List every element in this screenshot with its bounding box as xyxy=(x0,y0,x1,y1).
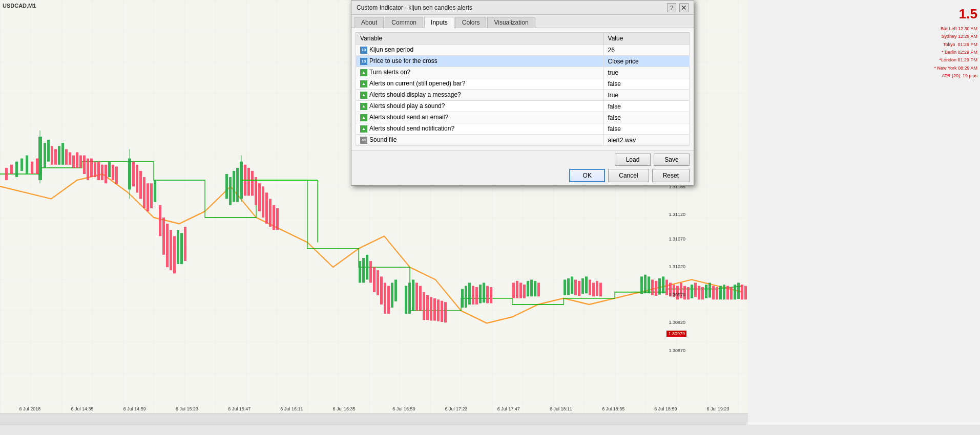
variable-cell: ▲Alerts should display a message? xyxy=(356,90,604,101)
row-icon: ab xyxy=(360,137,367,144)
svg-rect-103 xyxy=(534,281,536,296)
svg-rect-130 xyxy=(691,285,693,298)
svg-rect-57 xyxy=(251,171,254,196)
table-row[interactable]: ▲Alerts should display a message?true xyxy=(356,90,690,101)
variable-cell: ▲Turn alerts on? xyxy=(356,67,604,78)
svg-rect-68 xyxy=(369,261,372,283)
table-row[interactable]: ▲Alerts should play a sound?false xyxy=(356,101,690,112)
footer-bottom-buttons: OK Cancel Reset xyxy=(356,169,690,182)
time-label-9: 6 Jul 17:47 xyxy=(497,406,520,411)
time-label-12: 6 Jul 18:59 xyxy=(654,406,677,411)
table-row[interactable]: ▲Turn alerts on?true xyxy=(356,67,690,78)
horizontal-scrollbar[interactable] xyxy=(0,414,748,425)
svg-rect-51 xyxy=(233,171,235,202)
svg-rect-12 xyxy=(47,140,50,162)
svg-rect-56 xyxy=(247,168,250,196)
svg-rect-114 xyxy=(596,281,598,296)
price-label-8: 1.31070 xyxy=(669,236,685,242)
load-button[interactable]: Load xyxy=(615,154,651,166)
svg-rect-19 xyxy=(72,156,75,168)
svg-rect-108 xyxy=(574,279,577,295)
close-button[interactable]: ✕ xyxy=(679,3,689,12)
svg-rect-138 xyxy=(719,286,722,300)
svg-rect-129 xyxy=(687,287,690,299)
variable-cell: 13Price to use for the cross xyxy=(356,56,604,67)
newyork-label: * New York 08:29 AM xyxy=(921,64,977,72)
table-row[interactable]: abSound filealert2.wav xyxy=(356,135,690,146)
svg-rect-140 xyxy=(726,286,729,300)
table-row[interactable]: 13Price to use for the crossClose price xyxy=(356,56,690,67)
status-bar xyxy=(0,425,980,435)
time-scale: 6 Jul 2018 6 Jul 14:35 6 Jul 14:59 6 Jul… xyxy=(0,404,748,414)
svg-rect-131 xyxy=(694,283,697,297)
svg-rect-6 xyxy=(26,156,28,174)
svg-rect-59 xyxy=(258,183,261,211)
svg-rect-105 xyxy=(564,279,566,295)
row-icon: ▲ xyxy=(360,103,367,110)
svg-rect-86 xyxy=(441,301,443,322)
svg-rect-20 xyxy=(76,153,78,168)
variable-cell: 13Kijun sen period xyxy=(356,45,604,56)
svg-rect-119 xyxy=(651,279,654,295)
variable-cell: abSound file xyxy=(356,135,604,146)
svg-rect-38 xyxy=(147,183,149,211)
save-button[interactable]: Save xyxy=(654,154,690,166)
svg-rect-28 xyxy=(105,165,107,183)
time-label-10: 6 Jul 18:11 xyxy=(550,406,572,411)
svg-rect-15 xyxy=(58,146,60,164)
svg-rect-31 xyxy=(115,166,118,184)
svg-rect-62 xyxy=(269,199,272,227)
svg-rect-64 xyxy=(276,208,279,230)
svg-rect-106 xyxy=(567,278,570,295)
svg-rect-47 xyxy=(180,233,183,264)
tab-colors[interactable]: Colors xyxy=(455,17,487,28)
svg-rect-117 xyxy=(644,275,647,293)
help-button[interactable]: ? xyxy=(667,3,676,12)
dialog-footer: Load Save OK Cancel Reset xyxy=(351,150,694,185)
svg-rect-24 xyxy=(90,159,93,177)
row-icon: ▲ xyxy=(360,114,367,121)
time-label-8: 6 Jul 17:23 xyxy=(445,406,468,411)
tab-common[interactable]: Common xyxy=(385,17,423,28)
svg-rect-83 xyxy=(430,297,432,320)
svg-rect-72 xyxy=(384,283,386,314)
time-label-4: 6 Jul 15:47 xyxy=(228,406,251,411)
svg-rect-58 xyxy=(255,177,257,205)
svg-rect-116 xyxy=(640,276,643,294)
row-icon: 13 xyxy=(360,58,367,65)
svg-rect-98 xyxy=(516,281,518,298)
svg-rect-99 xyxy=(519,283,522,298)
time-label-2: 6 Jul 14:59 xyxy=(123,406,146,411)
value-cell: false xyxy=(603,112,689,123)
variable-cell: ▲Alerts should send an email? xyxy=(356,112,604,123)
ok-button[interactable]: OK xyxy=(569,169,605,182)
time-label-7: 6 Jul 16:59 xyxy=(392,406,415,411)
svg-rect-73 xyxy=(387,286,390,314)
table-row[interactable]: 13Kijun sen period26 xyxy=(356,45,690,56)
reset-button[interactable]: Reset xyxy=(652,169,690,182)
value-cell: Close price xyxy=(603,56,689,67)
svg-rect-61 xyxy=(265,192,268,224)
time-label-5: 6 Jul 16:11 xyxy=(280,406,303,411)
svg-rect-49 xyxy=(225,174,228,199)
col-variable-header: Variable xyxy=(356,33,604,45)
dialog-controls: ? ✕ xyxy=(667,3,689,12)
value-cell: false xyxy=(603,101,689,112)
svg-rect-18 xyxy=(69,153,71,165)
svg-rect-30 xyxy=(112,165,114,180)
svg-rect-34 xyxy=(132,162,135,187)
cancel-button[interactable]: Cancel xyxy=(608,169,649,182)
tab-inputs[interactable]: Inputs xyxy=(424,17,454,28)
table-row[interactable]: ▲Alerts should send an email?false xyxy=(356,112,690,123)
svg-rect-109 xyxy=(578,281,580,296)
svg-rect-101 xyxy=(527,281,529,296)
svg-rect-96 xyxy=(490,287,492,303)
svg-rect-84 xyxy=(433,298,436,321)
table-row[interactable]: ▲Alerts should send notification?false xyxy=(356,123,690,135)
svg-rect-13 xyxy=(51,146,53,164)
tab-visualization[interactable]: Visualization xyxy=(487,17,535,28)
row-icon: ▲ xyxy=(360,92,367,99)
tab-about[interactable]: About xyxy=(355,17,384,28)
svg-rect-29 xyxy=(108,162,111,177)
table-row[interactable]: ▲Alerts on current (still opened) bar?fa… xyxy=(356,78,690,90)
